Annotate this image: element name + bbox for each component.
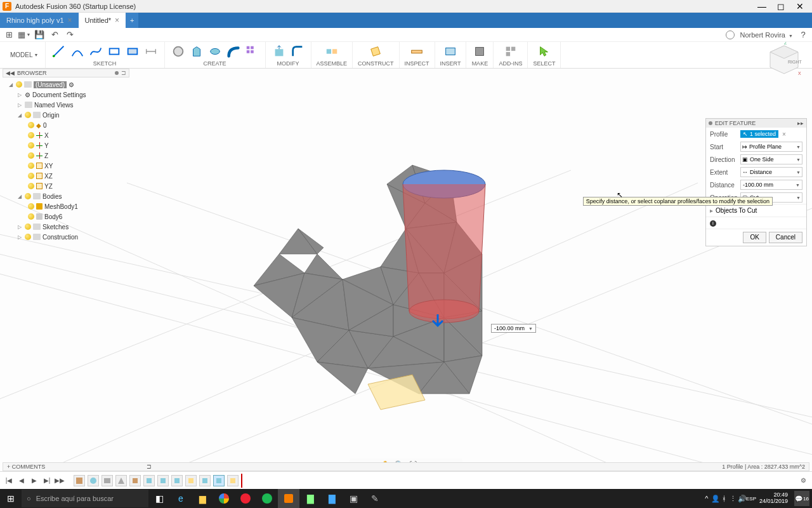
cancel-button[interactable]: Cancel — [769, 232, 802, 243]
pattern-icon[interactable] — [244, 43, 260, 60]
timeline-feature[interactable] — [199, 475, 211, 486]
taskbar-search[interactable]: ○ Escribe aquí para buscar — [22, 490, 148, 507]
timeline-feature[interactable] — [129, 475, 141, 486]
sketch-rect2-icon[interactable] — [124, 43, 141, 60]
timeline-play-icon[interactable]: ▶ — [29, 476, 39, 486]
undo-icon[interactable]: ↶ — [49, 30, 60, 40]
timeline-marker[interactable] — [241, 474, 242, 488]
timeline-next-icon[interactable]: ▶| — [42, 476, 52, 486]
panel-title[interactable]: EDIT FEATURE▸▸ — [706, 119, 806, 128]
gear-icon[interactable]: ⚙ — [69, 81, 74, 88]
tree-axis-z[interactable]: Z — [3, 150, 129, 161]
redo-icon[interactable]: ↷ — [65, 30, 75, 40]
revolve-icon[interactable] — [207, 43, 223, 60]
taskbar-app[interactable] — [256, 489, 278, 508]
taskbar-app[interactable]: ▆ — [192, 489, 213, 508]
comments-bar[interactable]: + COMMENTS ⊐ 1 Profile | Area : 2827.433… — [3, 462, 809, 471]
taskbar-app[interactable]: ▣ — [343, 489, 364, 508]
taskbar-app[interactable] — [235, 489, 256, 508]
select-icon[interactable] — [536, 43, 553, 60]
tree-origin[interactable]: ◢Origin — [3, 110, 129, 120]
insert-icon[interactable] — [442, 43, 459, 60]
sweep-icon[interactable] — [225, 43, 242, 60]
data-panel-icon[interactable]: ⊞ — [4, 30, 14, 40]
extent-dropdown[interactable]: ↔ Distance▼ — [740, 167, 802, 177]
sketch-dimension-icon[interactable] — [143, 43, 159, 60]
addins-icon[interactable] — [502, 43, 519, 60]
tray-bluetooth-icon[interactable]: ᚼ — [720, 489, 729, 508]
sketch-line-icon[interactable] — [51, 43, 67, 60]
timeline-feature[interactable] — [74, 475, 85, 486]
taskbar-clock[interactable]: 20:49 24/01/2019 — [756, 492, 792, 505]
start-button[interactable]: ⊞ — [0, 489, 22, 508]
tree-meshbody[interactable]: MeshBody1 — [3, 201, 129, 211]
maximize-button[interactable]: ◻ — [771, 1, 790, 12]
clear-selection-button[interactable]: × — [780, 130, 788, 138]
job-status-icon[interactable] — [726, 30, 735, 39]
tray-people-icon[interactable]: 👤 — [711, 489, 720, 508]
tree-root[interactable]: ◢(Unsaved) ⚙ — [3, 79, 129, 90]
tray-language-icon[interactable]: ESP — [747, 489, 756, 508]
taskbar-app[interactable]: ▇ — [321, 489, 343, 508]
file-menu-icon[interactable]: ▦▼ — [19, 30, 29, 40]
extrude-icon[interactable] — [188, 43, 205, 60]
close-icon[interactable]: × — [115, 16, 119, 25]
close-button[interactable]: ✕ — [790, 1, 809, 12]
view-cube[interactable]: RIGHT Z X — [766, 42, 802, 77]
timeline-feature[interactable] — [102, 475, 113, 486]
timeline-feature[interactable] — [171, 475, 183, 486]
timeline-feature[interactable] — [157, 475, 169, 486]
timeline-feature[interactable] — [143, 475, 155, 486]
tray-volume-icon[interactable]: 🔊 — [738, 489, 747, 508]
dimension-input[interactable]: -100.00 mm▼ — [491, 324, 536, 333]
timeline-start-icon[interactable]: |◀ — [4, 476, 14, 486]
press-pull-icon[interactable] — [271, 43, 287, 60]
taskbar-app[interactable]: ▇ — [299, 489, 321, 508]
timeline-feature[interactable] — [88, 475, 99, 486]
make-icon[interactable] — [471, 43, 488, 60]
plane-icon[interactable] — [367, 43, 384, 60]
tree-plane-yz[interactable]: YZ — [3, 181, 129, 191]
workspace-selector[interactable]: MODEL ▼ — [4, 42, 46, 68]
new-tab-button[interactable]: + — [126, 13, 138, 28]
timeline-prev-icon[interactable]: ◀ — [16, 476, 27, 486]
task-view-button[interactable]: ◧ — [148, 489, 170, 508]
fillet-icon[interactable] — [289, 43, 306, 60]
tree-body6[interactable]: Body6 — [3, 211, 129, 222]
info-icon[interactable]: i — [710, 220, 716, 227]
tray-chevron-icon[interactable]: ^ — [702, 489, 711, 508]
taskbar-app[interactable]: ✎ — [364, 489, 386, 508]
tab-untitled[interactable]: Untitled* × — [79, 13, 126, 28]
tree-axis-y[interactable]: Y — [3, 140, 129, 150]
taskbar-app[interactable] — [213, 489, 235, 508]
browser-panel-header[interactable]: ◀◀BROWSER ⊐ — [3, 69, 129, 77]
tree-namedviews[interactable]: ▷Named Views — [3, 100, 129, 110]
tab-rhino[interactable]: Rhino high poly v1 × — [0, 13, 79, 28]
tree-bodies[interactable]: ◢Bodies — [3, 191, 129, 201]
direction-dropdown[interactable]: ▣ One Side▼ — [740, 154, 802, 164]
timeline-feature[interactable] — [185, 475, 197, 486]
user-menu[interactable]: Norbert Rovira ▼ — [740, 31, 793, 39]
tree-origin-point[interactable]: ◆0 — [3, 120, 129, 130]
tree-sketches[interactable]: ▷Sketches — [3, 222, 129, 232]
joint-icon[interactable] — [324, 43, 340, 60]
start-dropdown[interactable]: ↦ Profile Plane▼ — [740, 142, 802, 152]
tree-axis-x[interactable]: X — [3, 130, 129, 140]
tree-plane-xz[interactable]: XZ — [3, 171, 129, 181]
help-icon[interactable]: ? — [798, 30, 808, 40]
panel-pin-icon[interactable]: ⊐ — [121, 70, 126, 76]
timeline-feature[interactable] — [213, 475, 225, 486]
minimize-button[interactable]: — — [752, 1, 771, 12]
sketch-arc-icon[interactable] — [69, 43, 86, 60]
tree-docsettings[interactable]: ▷⚙Document Settings — [3, 90, 129, 100]
distance-input[interactable]: -100.00 mm▼ — [740, 180, 802, 190]
row-objects[interactable]: ▸Objects To Cut — [706, 204, 806, 217]
timeline-feature[interactable] — [227, 475, 239, 486]
tree-plane-xy[interactable]: XY — [3, 161, 129, 171]
save-icon[interactable]: 💾 — [34, 30, 44, 40]
tray-wifi-icon[interactable]: ⋮ — [729, 489, 738, 508]
taskbar-app[interactable] — [278, 489, 299, 508]
taskbar-app[interactable]: e — [170, 489, 192, 508]
close-icon[interactable]: × — [68, 16, 72, 25]
timeline-settings-icon[interactable]: ⚙ — [798, 476, 808, 486]
